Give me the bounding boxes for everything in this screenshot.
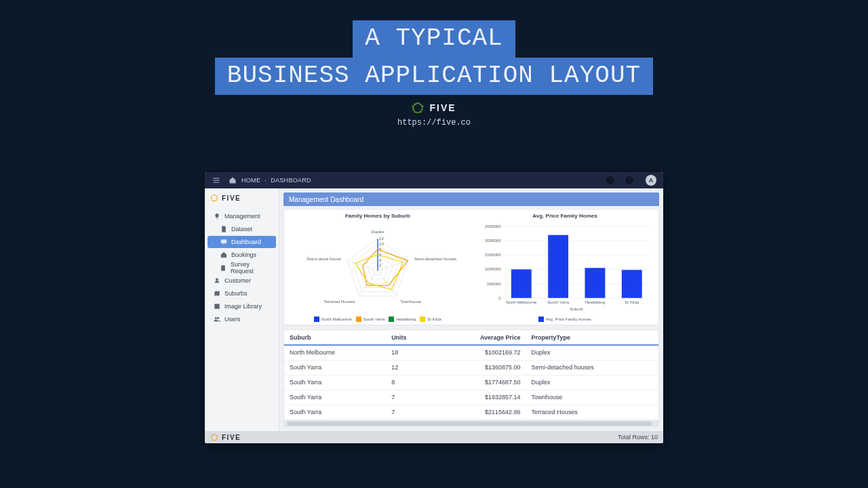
sidebar-item-label: Suburbs xyxy=(224,290,248,297)
svg-text:2000000: 2000000 xyxy=(485,238,501,243)
legend-item[interactable]: Avg. Price Family Homes xyxy=(538,317,591,322)
panel-header: Management Dashboard xyxy=(283,192,659,206)
col-average-price[interactable]: Average Price xyxy=(433,330,526,345)
total-rows-value: 10 xyxy=(651,434,658,441)
brand-name: FIVE xyxy=(429,102,456,113)
sidebar-item-label: Users xyxy=(224,316,241,323)
footer-brand: FIVE xyxy=(222,434,241,441)
table-row[interactable]: South Yarra7$1932857.14Townhouse xyxy=(284,390,658,405)
data-table: SuburbUnitsAverage PricePropertyType Nor… xyxy=(283,329,659,427)
slide-title-line1: A TYPICAL xyxy=(353,20,515,58)
svg-text:Stand alone house: Stand alone house xyxy=(307,256,341,261)
bar-chart: Avg. Price Family Homes 0500000100000015… xyxy=(471,210,658,325)
horizontal-scrollbar[interactable] xyxy=(284,420,658,427)
sidebar-item-dataset[interactable]: Dataset xyxy=(208,223,276,235)
sidebar-item-suburbs[interactable]: Suburbs xyxy=(208,287,276,300)
sidebar-item-label: Dashboard xyxy=(231,239,261,245)
svg-rect-37 xyxy=(622,270,642,298)
app-topbar: HOME › DASHBOARD A xyxy=(205,172,663,188)
sidebar-brand: FIVE xyxy=(222,195,241,202)
svg-text:Duplex: Duplex xyxy=(372,229,384,234)
svg-text:1000000: 1000000 xyxy=(485,266,501,271)
bar-chart-title: Avg. Price Family Homes xyxy=(532,213,597,219)
sidebar-item-label: Survey Request xyxy=(231,261,271,274)
svg-text:1500000: 1500000 xyxy=(485,252,501,257)
main: Management Dashboard Family Homes by Sub… xyxy=(279,188,663,431)
sidebar-item-label: Dataset xyxy=(231,226,252,232)
users-icon xyxy=(213,316,220,323)
five-logo-icon xyxy=(412,102,424,114)
col-propertytype[interactable]: PropertyType xyxy=(526,330,658,345)
sidebar-item-image-library[interactable]: Image Library xyxy=(208,300,276,312)
legend-item[interactable]: South Yarra xyxy=(356,317,384,322)
brand-line: FIVE xyxy=(0,102,868,114)
svg-text:4: 4 xyxy=(379,258,382,262)
legend-item[interactable]: St Kilda xyxy=(420,317,441,322)
sidebar-item-users[interactable]: Users xyxy=(208,313,276,325)
map-icon xyxy=(213,290,220,298)
avatar[interactable]: A xyxy=(646,175,656,186)
breadcrumb-home[interactable]: HOME xyxy=(241,177,260,184)
sidebar-item-bookings[interactable]: Bookings xyxy=(208,249,276,261)
slide-title-line2: BUSINESS APPLICATION LAYOUT xyxy=(215,58,653,95)
chevron-right-icon: › xyxy=(264,178,267,184)
table-row[interactable]: South Yarra7$2115642.86Terraced Houses xyxy=(284,405,658,420)
table-row[interactable]: North Melbourne18$1002169.72Duplex xyxy=(284,345,658,360)
col-suburb[interactable]: Suburb xyxy=(284,330,386,345)
nav: ManagementDatasetDashboardBookingsSurvey… xyxy=(205,207,279,329)
svg-text:Terraced Houses: Terraced Houses xyxy=(324,299,355,304)
total-rows-label: Total Rows: xyxy=(618,434,650,441)
svg-text:2500000: 2500000 xyxy=(485,224,501,228)
svg-text:St Kilda: St Kilda xyxy=(625,300,639,304)
table-row[interactable]: South Yarra8$1774687.50Duplex xyxy=(284,375,658,390)
sidebar-item-survey-request[interactable]: Survey Request xyxy=(208,262,276,274)
charts-row: Family Homes by Suburb 24681012DuplexSem… xyxy=(283,210,659,325)
five-logo-icon xyxy=(210,433,218,441)
svg-text:12: 12 xyxy=(379,236,384,241)
svg-text:North Melbourne: North Melbourne xyxy=(506,300,537,304)
sidebar-item-label: Customer xyxy=(224,277,251,284)
sidebar-item-customer[interactable]: Customer xyxy=(208,274,276,287)
five-logo-icon xyxy=(210,194,218,202)
sidebar-item-label: Image Library xyxy=(224,303,262,310)
sidebar-item-dashboard[interactable]: Dashboard xyxy=(208,236,276,248)
radar-chart: Family Homes by Suburb 24681012DuplexSem… xyxy=(284,210,471,325)
monitor-icon xyxy=(220,239,227,246)
brand-url: https://five.co xyxy=(0,118,868,127)
doc-icon xyxy=(220,226,227,233)
svg-text:Townhouse: Townhouse xyxy=(400,299,421,304)
legend-item[interactable]: North Melbourne xyxy=(314,317,352,322)
clipboard-icon xyxy=(220,264,226,272)
svg-text:500000: 500000 xyxy=(487,281,501,286)
slide-title-block: A TYPICAL BUSINESS APPLICATION LAYOUT FI… xyxy=(0,0,868,127)
svg-text:0: 0 xyxy=(498,296,501,300)
breadcrumb-current: DASHBOARD xyxy=(271,177,311,184)
table-row[interactable]: South Yarra12$1360875.00Semi-detached ho… xyxy=(284,360,658,375)
svg-rect-33 xyxy=(548,235,568,298)
sidebar-item-label: Management xyxy=(224,213,260,220)
bulb-icon xyxy=(213,213,220,220)
menu-icon[interactable] xyxy=(212,176,221,185)
footer-logo: FIVE xyxy=(210,433,241,441)
svg-rect-35 xyxy=(585,268,605,298)
notifications-icon[interactable] xyxy=(625,176,633,184)
user-icon xyxy=(213,277,220,285)
legend-item[interactable]: Heidelberg xyxy=(389,317,416,322)
radar-legend: North MelbourneSouth YarraHeidelbergSt K… xyxy=(314,317,441,322)
image-icon xyxy=(213,303,220,310)
svg-text:Heidelberg: Heidelberg xyxy=(585,300,605,304)
svg-marker-40 xyxy=(211,434,218,441)
svg-text:10: 10 xyxy=(379,241,384,246)
sidebar-item-management[interactable]: Management xyxy=(208,210,276,222)
svg-marker-2 xyxy=(211,195,218,201)
svg-rect-31 xyxy=(511,269,532,298)
home-icon[interactable] xyxy=(228,176,237,185)
breadcrumb: HOME › DASHBOARD xyxy=(228,176,311,185)
app-footer: FIVE Total Rows: 10 xyxy=(205,431,663,443)
sidebar-item-label: Bookings xyxy=(231,251,256,258)
app-window: HOME › DASHBOARD A FIVE ManagementDatase… xyxy=(205,172,663,443)
help-icon[interactable] xyxy=(606,176,614,184)
col-units[interactable]: Units xyxy=(386,330,433,345)
svg-text:2: 2 xyxy=(379,262,382,267)
svg-text:Semi-detached houses: Semi-detached houses xyxy=(414,256,456,261)
